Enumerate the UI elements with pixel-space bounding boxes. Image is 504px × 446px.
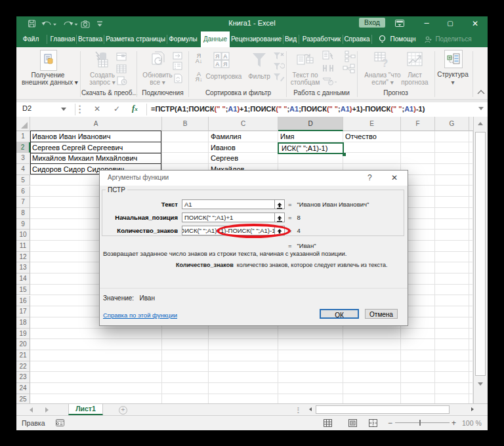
svg-text:?: ?: [381, 57, 388, 70]
svg-text:Я: Я: [223, 61, 227, 68]
svg-text:А: А: [215, 61, 220, 68]
svg-text:Я: Я: [215, 53, 219, 60]
svg-text:А: А: [223, 53, 228, 60]
